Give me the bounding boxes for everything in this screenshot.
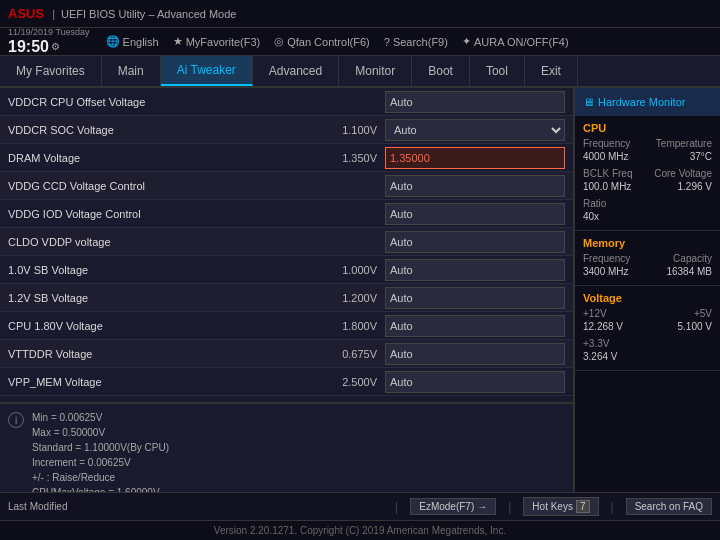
info-icon: i — [8, 412, 24, 428]
search-faq-button[interactable]: Search on FAQ — [626, 498, 712, 515]
setting-input-1v-sb[interactable] — [385, 259, 565, 281]
header-title: UEFI BIOS Utility – Advanced Mode — [61, 8, 236, 20]
tab-exit[interactable]: Exit — [525, 56, 578, 86]
hotkeys-label: Hot Keys — [532, 501, 573, 512]
main-area: VDDCR CPU Offset Voltage VDDCR SOC Volta… — [0, 88, 720, 492]
setting-input-12v-sb[interactable] — [385, 287, 565, 309]
setting-ctrl-vddg-iod[interactable] — [385, 203, 565, 225]
hw-cpu-freq-val: 4000 MHz — [583, 151, 629, 162]
hw-corevolt-label: Core Voltage — [654, 168, 712, 179]
setting-select-vddcr-soc[interactable]: Auto — [385, 119, 565, 141]
menu-qfan[interactable]: ◎ Qfan Control(F6) — [274, 35, 370, 48]
hw-cpu-title: CPU — [583, 122, 712, 134]
info-line-5: CPUMaxVoltage = 1.60000V — [32, 485, 169, 492]
hw-bclk-val: 100.0 MHz — [583, 181, 631, 192]
time-display: 19:50 — [8, 38, 49, 56]
setting-input-vpp-mem[interactable] — [385, 371, 565, 393]
hw-12v-val: 12.268 V — [583, 321, 623, 332]
setting-input-vddcr-cpu[interactable] — [385, 91, 565, 113]
setting-row-vddcr-cpu: VDDCR CPU Offset Voltage — [0, 88, 573, 116]
setting-row-vddg-ccd: VDDG CCD Voltage Control — [0, 172, 573, 200]
setting-input-vttddr[interactable] — [385, 343, 565, 365]
menu-english[interactable]: 🌐 English — [106, 35, 159, 48]
copyright-text: Version 2.20.1271. Copyright (C) 2019 Am… — [214, 525, 506, 536]
hw-mem-cap-label: Capacity — [673, 253, 712, 264]
ezmode-label: EzMode(F7) — [419, 501, 474, 512]
hw-memory-section: Memory Frequency Capacity 3400 MHz 16384… — [575, 231, 720, 286]
setting-name-vttddr: VTTDDR Voltage — [8, 348, 325, 360]
setting-row-dram: DRAM Voltage 1.350V — [0, 144, 573, 172]
hw-33v-label: +3.3V — [583, 338, 609, 349]
hw-volt-row-2: +3.3V — [583, 338, 712, 349]
hw-volt-row-0: +12V +5V — [583, 308, 712, 319]
hw-ratio-val: 40x — [583, 211, 599, 222]
tab-boot[interactable]: Boot — [412, 56, 470, 86]
footer-sep-3: | — [611, 500, 614, 514]
setting-row-cpu-18v: CPU 1.80V Voltage 1.800V — [0, 312, 573, 340]
setting-row-vttddr: VTTDDR Voltage 0.675V — [0, 340, 573, 368]
menu-myfavorites[interactable]: ★ MyFavorite(F3) — [173, 35, 261, 48]
hotkeys-button[interactable]: Hot Keys 7 — [523, 497, 598, 516]
hw-ratio-label: Ratio — [583, 198, 606, 209]
settings-panel: VDDCR CPU Offset Voltage VDDCR SOC Volta… — [0, 88, 575, 402]
setting-row-cldo: CLDO VDDP voltage — [0, 228, 573, 256]
setting-ctrl-dram[interactable] — [385, 147, 565, 169]
search-faq-label: Search on FAQ — [635, 501, 703, 512]
hw-5v-label: +5V — [694, 308, 712, 319]
setting-ctrl-vddg-ccd[interactable] — [385, 175, 565, 197]
info-line-4: +/- : Raise/Reduce — [32, 470, 169, 485]
setting-val-vpp-mem: 2.500V — [325, 376, 385, 388]
menu-aura[interactable]: ✦ AURA ON/OFF(F4) — [462, 35, 569, 48]
hw-cpu-row-2: BCLK Freq Core Voltage — [583, 168, 712, 179]
setting-ctrl-cpu-18v[interactable] — [385, 315, 565, 337]
tab-advanced[interactable]: Advanced — [253, 56, 339, 86]
tab-favorites[interactable]: My Favorites — [0, 56, 102, 86]
setting-input-cpu-18v[interactable] — [385, 315, 565, 337]
footer-copyright: Version 2.20.1271. Copyright (C) 2019 Am… — [0, 520, 720, 540]
hw-5v-val: 5.100 V — [678, 321, 712, 332]
hw-monitor-panel: 🖥 Hardware Monitor CPU Frequency Tempera… — [575, 88, 720, 492]
hw-cpu-row-0: Frequency Temperature — [583, 138, 712, 149]
tab-tool[interactable]: Tool — [470, 56, 525, 86]
tab-ai-tweaker[interactable]: Ai Tweaker — [161, 56, 253, 86]
setting-name-12v-sb: 1.2V SB Voltage — [8, 292, 325, 304]
menu-search[interactable]: ? Search(F9) — [384, 35, 448, 48]
setting-ctrl-1v-sb[interactable] — [385, 259, 565, 281]
hw-mem-row-1: 3400 MHz 16384 MB — [583, 266, 712, 277]
hw-voltage-section: Voltage +12V +5V 12.268 V 5.100 V +3.3V … — [575, 286, 720, 371]
info-line-2: Standard = 1.10000V(By CPU) — [32, 440, 169, 455]
last-modified-label: Last Modified — [8, 501, 67, 512]
hw-33v-val: 3.264 V — [583, 351, 617, 362]
setting-ctrl-cldo[interactable] — [385, 231, 565, 253]
setting-name-vddg-ccd: VDDG CCD Voltage Control — [8, 180, 325, 192]
setting-input-vddg-ccd[interactable] — [385, 175, 565, 197]
setting-ctrl-12v-sb[interactable] — [385, 287, 565, 309]
tab-monitor[interactable]: Monitor — [339, 56, 412, 86]
setting-input-dram[interactable] — [385, 147, 565, 169]
setting-name-dram: DRAM Voltage — [8, 152, 325, 164]
setting-ctrl-vpp-mem[interactable] — [385, 371, 565, 393]
setting-row-vddcr-soc: VDDCR SOC Voltage 1.100V Auto — [0, 116, 573, 144]
ezmode-arrow-icon: → — [477, 501, 487, 512]
hw-12v-label: +12V — [583, 308, 607, 319]
hw-monitor-header: 🖥 Hardware Monitor — [575, 88, 720, 116]
setting-val-vttddr: 0.675V — [325, 348, 385, 360]
hw-monitor-content: CPU Frequency Temperature 4000 MHz 37°C … — [575, 116, 720, 492]
ezmode-button[interactable]: EzMode(F7) → — [410, 498, 496, 515]
setting-ctrl-vddcr-cpu[interactable] — [385, 91, 565, 113]
info-line-1: Max = 0.50000V — [32, 425, 169, 440]
datetime-display: 11/19/2019 Tuesday 19:50 ⚙ — [8, 28, 90, 55]
setting-name-vddg-iod: VDDG IOD Voltage Control — [8, 208, 325, 220]
setting-input-cldo[interactable] — [385, 231, 565, 253]
setting-val-vddcr-soc: 1.100V — [325, 124, 385, 136]
setting-input-vddg-iod[interactable] — [385, 203, 565, 225]
hw-corevolt-val: 1.296 V — [678, 181, 712, 192]
setting-ctrl-vttddr[interactable] — [385, 343, 565, 365]
setting-val-dram: 1.350V — [325, 152, 385, 164]
tab-main[interactable]: Main — [102, 56, 161, 86]
setting-name-cldo: CLDO VDDP voltage — [8, 236, 325, 248]
setting-ctrl-vddcr-soc[interactable]: Auto — [385, 119, 565, 141]
setting-name-cpu-18v: CPU 1.80V Voltage — [8, 320, 325, 332]
hw-memory-title: Memory — [583, 237, 712, 249]
settings-gear-icon[interactable]: ⚙ — [51, 41, 60, 52]
